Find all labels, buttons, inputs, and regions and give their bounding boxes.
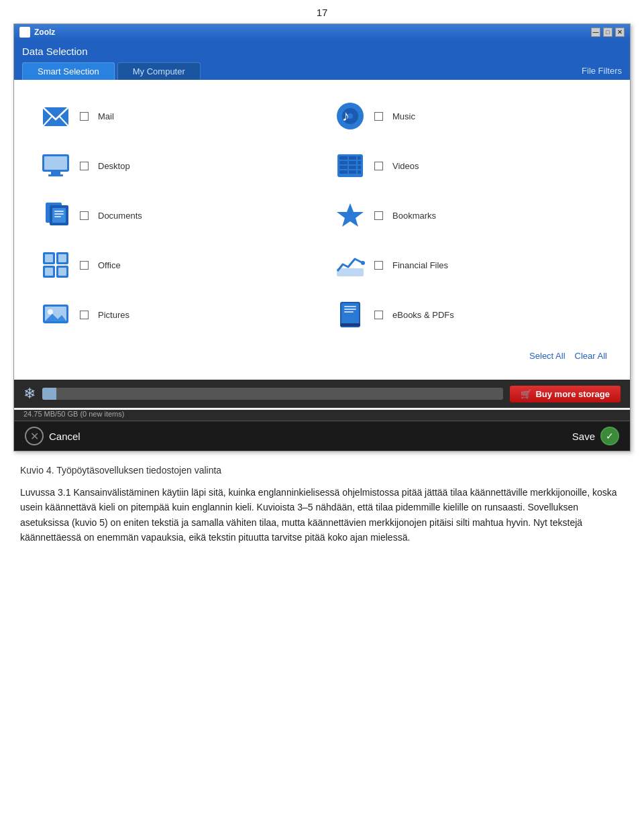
office-checkbox[interactable]: [80, 261, 89, 270]
tab-my-computer[interactable]: My Computer: [117, 62, 201, 80]
music-checkbox[interactable]: [374, 112, 383, 121]
bookmarks-icon: [333, 198, 368, 233]
app-logo: [19, 27, 30, 38]
videos-checkbox[interactable]: [374, 162, 383, 170]
list-item: Desktop: [34, 143, 315, 188]
title-bar-left: Zoolz: [19, 27, 55, 38]
pictures-icon: [38, 297, 73, 332]
storage-progress-fill: [42, 388, 56, 400]
cancel-button[interactable]: ✕ Cancel: [25, 427, 80, 445]
storage-bar: ❄ 🛒 Buy more storage: [14, 380, 630, 408]
buy-storage-button[interactable]: 🛒 Buy more storage: [510, 386, 621, 402]
list-item: Pictures: [34, 292, 315, 337]
svg-point-37: [48, 309, 53, 315]
financial-label: Financial Files: [392, 260, 448, 270]
svg-text:♪: ♪: [342, 107, 350, 124]
documents-icon: [38, 198, 73, 233]
title-bar: Zoolz — □ ✕: [14, 24, 630, 40]
svg-rect-23: [54, 216, 61, 217]
bookmarks-checkbox[interactable]: [374, 211, 383, 220]
select-all-button[interactable]: Select All: [529, 351, 565, 361]
svg-rect-22: [54, 213, 64, 215]
svg-rect-31: [45, 268, 53, 276]
text-section: Kuvio 4. Työpöytäsovelluksen tiedostojen…: [13, 465, 631, 545]
list-item: Videos: [329, 143, 610, 188]
list-item: Documents: [34, 193, 315, 238]
content-area: Mail ♪ Music: [14, 80, 630, 380]
header-title: Data Selection: [22, 46, 622, 57]
title-bar-controls[interactable]: — □ ✕: [591, 28, 625, 37]
svg-rect-32: [58, 268, 66, 276]
svg-rect-33: [337, 268, 364, 276]
maximize-button[interactable]: □: [603, 28, 612, 37]
svg-rect-12: [339, 156, 361, 160]
list-item: Bookmarks: [329, 193, 610, 238]
list-item: Financial Files: [329, 242, 610, 288]
items-grid: Mail ♪ Music: [34, 93, 610, 337]
figure-caption: Kuvio 4. Työpöytäsovelluksen tiedostojen…: [20, 465, 624, 476]
desktop-label: Desktop: [98, 161, 130, 171]
office-label: Office: [98, 260, 121, 270]
svg-rect-9: [51, 172, 60, 174]
bookmarks-label: Bookmarks: [392, 211, 436, 221]
svg-rect-43: [344, 311, 354, 313]
svg-rect-41: [344, 306, 356, 307]
pictures-label: Pictures: [98, 310, 129, 320]
office-icon: [38, 248, 73, 282]
pictures-checkbox[interactable]: [80, 311, 89, 319]
financial-checkbox[interactable]: [374, 261, 383, 270]
svg-rect-42: [344, 309, 356, 310]
title-bar-text: Zoolz: [34, 28, 55, 37]
cart-icon: 🛒: [521, 389, 531, 399]
music-icon: ♪: [333, 99, 368, 133]
svg-rect-14: [339, 166, 361, 169]
storage-info-text: 24.75 MB/50 GB (0 new items): [14, 410, 630, 421]
tab-smart-selection[interactable]: Smart Selection: [22, 62, 115, 80]
minimize-button[interactable]: —: [591, 28, 600, 37]
mail-label: Mail: [98, 111, 114, 121]
save-icon: ✓: [600, 427, 619, 445]
financial-icon: [333, 248, 368, 282]
svg-rect-20: [52, 208, 66, 223]
ebooks-label: eBooks & PDFs: [392, 310, 454, 320]
cancel-label: Cancel: [49, 431, 80, 442]
select-all-row: Select All Clear All: [34, 351, 610, 361]
videos-icon: [333, 148, 368, 183]
action-bar: ✕ Cancel Save ✓: [14, 421, 630, 451]
svg-rect-15: [339, 170, 361, 174]
body-paragraph: Luvussa 3.1 Kansainvälistäminen käytiin …: [20, 485, 624, 545]
svg-rect-21: [54, 211, 64, 212]
videos-label: Videos: [392, 161, 419, 171]
desktop-checkbox[interactable]: [80, 162, 89, 170]
save-button[interactable]: Save ✓: [572, 427, 619, 445]
svg-rect-30: [58, 254, 66, 262]
svg-rect-44: [340, 323, 360, 326]
snowflake-icon: ❄: [23, 385, 36, 402]
window-header: Data Selection Smart Selection My Comput…: [14, 40, 630, 80]
svg-rect-29: [45, 254, 53, 262]
cancel-icon: ✕: [25, 427, 44, 445]
clear-all-button[interactable]: Clear All: [575, 351, 607, 361]
tabs-container: Smart Selection My Computer: [22, 62, 201, 80]
ebooks-checkbox[interactable]: [374, 311, 383, 319]
music-label: Music: [392, 111, 415, 121]
svg-rect-10: [48, 174, 63, 176]
tabs-row: Smart Selection My Computer File Filters: [22, 62, 622, 80]
save-label: Save: [572, 431, 595, 442]
desktop-icon: [38, 148, 73, 183]
list-item: ♪ Music: [329, 93, 610, 139]
list-item: Mail: [34, 93, 315, 139]
documents-label: Documents: [98, 211, 142, 221]
list-item: eBooks & PDFs: [329, 292, 610, 337]
buy-storage-label: Buy more storage: [535, 389, 610, 399]
documents-checkbox[interactable]: [80, 211, 89, 220]
svg-marker-24: [337, 203, 364, 227]
mail-checkbox[interactable]: [80, 112, 89, 121]
app-window: Zoolz — □ ✕ Data Selection Smart Selecti…: [13, 23, 631, 451]
file-filters-link[interactable]: File Filters: [582, 66, 622, 76]
mail-icon: [38, 99, 73, 133]
svg-point-34: [361, 261, 365, 265]
storage-progress-bar: [42, 388, 503, 400]
close-button[interactable]: ✕: [615, 28, 625, 37]
page-number: 17: [13, 7, 631, 18]
